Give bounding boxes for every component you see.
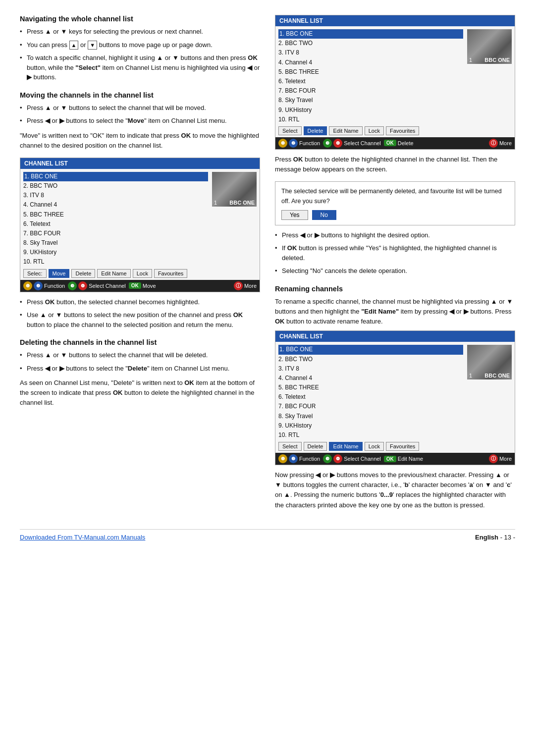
ch3-row-1: 1. BBC ONE — [278, 345, 463, 354]
channel-list-box-2: CHANNEL LIST 1. BBC ONE 2. BBC TWO 3. IT… — [275, 15, 515, 150]
del-bullet-2: Press or buttons to select the "Delete" … — [20, 364, 260, 374]
ch3-row-6: 6. Teletext — [278, 392, 463, 402]
move-bullet-2: Press or buttons to select the "Move" it… — [20, 116, 260, 126]
ch3-row-4: 4. Channel 4 — [278, 374, 463, 383]
rc-green-3: ❸ — [323, 454, 332, 463]
ch1-row-1: 1. BBC ONE — [23, 172, 208, 181]
arrow-up-icon — [45, 27, 52, 37]
moving-bullets: Press or buttons to select the channel t… — [20, 103, 260, 126]
ch1-row-2: 2. BBC TWO — [23, 181, 208, 191]
ch3-row-2: 2. BBC TWO — [278, 355, 463, 364]
menu-btn-select-2[interactable]: Select — [278, 126, 302, 135]
ch1-row-9: 9. UKHistory — [23, 248, 208, 257]
menu-btn-move-1[interactable]: Move — [49, 269, 70, 278]
menu-btn-favs-2[interactable]: Favourites — [386, 126, 419, 135]
menu-btn-editname-2[interactable]: Edit Name — [329, 126, 362, 135]
del-after-bullet-2: If OK button is pressed while "Yes" is h… — [275, 243, 515, 263]
channel-list-body-2: 1. BBC ONE 2. BBC TWO 3. ITV 8 4. Channe… — [275, 26, 515, 124]
arrow-left-icon4 — [300, 230, 305, 240]
remote-bar-2: ❶ ❷ Function ❸ ❹ Select Channel OK Delet… — [275, 137, 515, 149]
ch3-row-9: 9. UKHistory — [278, 421, 463, 431]
dialog-text: The selected service will be permanently… — [281, 187, 509, 206]
del-para1: As seen on Channel List menu, "Delete" i… — [20, 378, 260, 408]
ch3-row-3: 3. ITV 8 — [278, 364, 463, 374]
rb-function-label-3: Function — [299, 456, 320, 462]
arrow-left-icon2 — [45, 116, 50, 126]
rc-yellow-1: ❶ — [23, 281, 32, 290]
ch1-row-10: 10. RTL — [23, 257, 208, 267]
right-column: CHANNEL LIST 1. BBC ONE 2. BBC TWO 3. IT… — [275, 15, 515, 514]
delete-para1: Press OK button to delete the highlighte… — [275, 155, 515, 174]
rc-ok-3: OK — [384, 456, 396, 462]
rb-select-label-3: Select Channel — [344, 456, 381, 462]
menu-btn-delete-2[interactable]: Delete — [304, 126, 327, 135]
channel-list-body-3: 1. BBC ONE 2. BBC TWO 3. ITV 8 4. Channe… — [275, 342, 515, 440]
channel-preview-label-2: BBC ONE — [484, 57, 510, 63]
ch1-row-8: 8. Sky Travel — [23, 238, 208, 248]
menu-btn-lock-1[interactable]: Lock — [133, 269, 152, 278]
menu-btn-delete-1[interactable]: Delete — [71, 269, 95, 278]
nav-bullet-1: Press or keys for selecting the previous… — [20, 27, 260, 37]
heading-renaming: Renaming channels — [275, 285, 515, 293]
arrow-down-icon — [61, 27, 67, 37]
rc-yellow-3: ❶ — [278, 454, 287, 463]
pgdn-icon: ▼ — [88, 41, 97, 50]
arrow-down-icon7 — [275, 480, 281, 490]
arrow-right-icon — [27, 72, 32, 82]
arrow-left-icon — [247, 63, 252, 73]
menu-btn-editname-1[interactable]: Edit Name — [97, 269, 130, 278]
menu-btn-favs-1[interactable]: Favourites — [154, 269, 187, 278]
arrow-up-icon2 — [157, 53, 163, 63]
menu-btn-delete-3[interactable]: Delete — [304, 442, 327, 451]
remote-bar-3: ❶ ❷ Function ❸ ❹ Select Channel OK Edit … — [275, 453, 515, 465]
rc-more-icon-1: ⓘ — [234, 281, 243, 290]
channel-preview-label-1: BBC ONE — [229, 200, 255, 206]
nav-bullet-3: To watch a specific channel, highlight i… — [20, 53, 260, 82]
channel-preview-label-3: BBC ONE — [484, 373, 510, 378]
rb-more-label-3: More — [499, 456, 512, 462]
rb-select-3: ❸ ❹ Select Channel — [323, 454, 381, 463]
arrow-right-icon2 — [59, 116, 64, 126]
menu-btn-lock-2[interactable]: Lock — [365, 126, 384, 135]
rb-more-1: ⓘ More — [234, 281, 257, 290]
channel-menu-bar-2: Select Delete Edit Name Lock Favourites — [275, 124, 515, 137]
ch2-row-2: 2. BBC TWO — [278, 39, 463, 48]
rc-more-icon-3: ⓘ — [489, 454, 498, 463]
channel-list-entries-1: 1. BBC ONE 2. BBC TWO 3. ITV 8 4. Channe… — [23, 172, 208, 267]
footer-link[interactable]: Downloaded From TV-Manual.com Manuals — [20, 534, 145, 541]
channel-preview-3: 1 BBC ONE — [467, 345, 512, 379]
channel-list-header-3: CHANNEL LIST — [275, 331, 515, 342]
channel-preview-num-1: 1 — [214, 200, 217, 206]
page-footer: Downloaded From TV-Manual.com Manuals En… — [20, 529, 515, 541]
ch3-row-8: 8. Sky Travel — [278, 412, 463, 421]
menu-btn-lock-3[interactable]: Lock — [365, 442, 384, 451]
arrow-right-icon5 — [464, 307, 469, 317]
channel-list-header-2: CHANNEL LIST — [275, 15, 515, 26]
ch1-row-7: 7. BBC FOUR — [23, 229, 208, 238]
confirm-dialog: The selected service will be permanently… — [275, 181, 515, 225]
menu-btn-editname-3[interactable]: Edit Name — [329, 442, 362, 451]
menu-btn-select-1[interactable]: Selec: — [23, 269, 47, 278]
rc-red-3: ❹ — [333, 454, 342, 463]
dialog-btn-no[interactable]: No — [312, 210, 336, 220]
rb-ok-1: OK Move — [129, 282, 156, 289]
rb-function-1: ❶ ❷ Function — [23, 281, 65, 290]
arrow-down-icon2 — [172, 53, 179, 63]
rc-blue-3: ❷ — [289, 454, 298, 463]
rb-function-label-1: Function — [44, 283, 65, 289]
rb-ok-label-1: Move — [143, 283, 156, 289]
after-move-bullets: Press OK button, the selected channel be… — [20, 297, 260, 330]
menu-btn-select-3[interactable]: Select — [278, 442, 302, 451]
heading-moving: Moving the channels in the channel list — [20, 91, 260, 99]
rc-red-1: ❹ — [78, 281, 87, 290]
footer-right: English - 13 - — [475, 534, 515, 541]
navigating-bullets: Press or keys for selecting the previous… — [20, 27, 260, 82]
dialog-btn-yes[interactable]: Yes — [281, 210, 308, 220]
rb-ok-3: OK Edit Name — [384, 456, 423, 462]
ch2-row-1: 1. BBC ONE — [278, 29, 463, 39]
rb-select-2: ❸ ❹ Select Channel — [323, 139, 381, 148]
move-bullet-1: Press or buttons to select the channel t… — [20, 103, 260, 113]
menu-btn-favs-3[interactable]: Favourites — [386, 442, 419, 451]
ch2-row-10: 10. RTL — [278, 115, 463, 124]
channel-preview-1: 1 BBC ONE — [212, 172, 257, 207]
